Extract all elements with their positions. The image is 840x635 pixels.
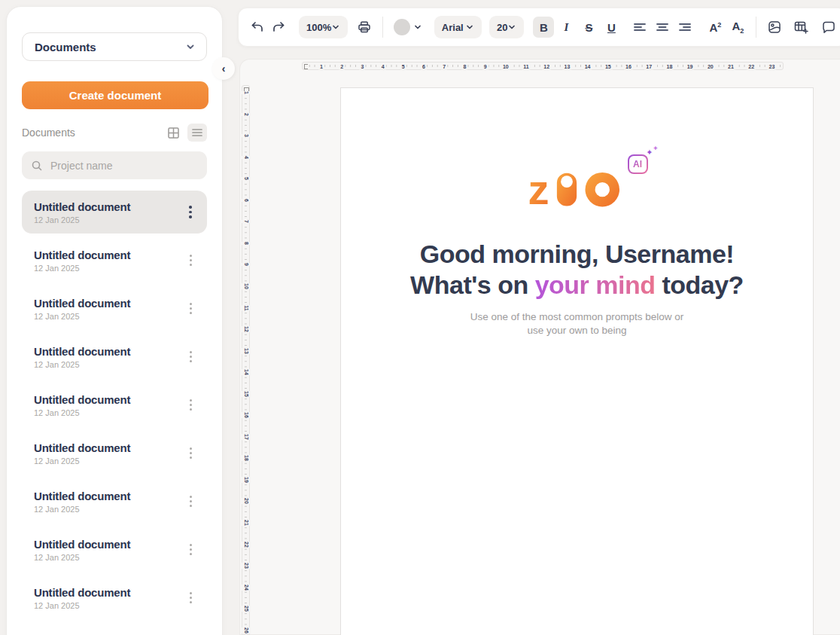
subtitle-line2: use your own to being [527,325,626,336]
document-title: Untitled document [34,297,183,310]
document-list-item[interactable]: Untitled document 12 Jan 2025 [22,383,207,426]
kebab-menu-icon[interactable] [183,541,198,559]
zoom-select[interactable]: 100% [299,16,348,38]
insert-table-button[interactable] [791,17,812,38]
subtitle-line1: Use one of the most common prompts below… [470,311,684,322]
greeting-line2-pre: What's on [410,270,535,299]
vertical-ruler: 1234567891011121314151617181920212223242… [242,85,250,635]
grid-view-icon[interactable] [163,124,183,142]
comments-button[interactable] [818,17,839,38]
font-size-select[interactable]: 20 [489,16,524,38]
align-left-button[interactable] [629,17,650,38]
create-document-button[interactable]: Create document [22,81,208,109]
greeting-accent: your mind [535,270,656,299]
chevron-left-icon: ‹ [222,63,226,75]
subscript-script: 2 [740,27,744,35]
workspace-selector-label: Documents [35,41,96,53]
document-title: Untitled document [34,393,183,406]
document-list-item[interactable]: Untitled document 12 Jan 2025 [22,239,207,282]
document-list-item[interactable]: Untitled document 12 Jan 2025 [22,528,207,571]
text-color-select[interactable] [394,19,422,35]
horizontal-ruler: 1234567891011121314151617181920212223 [302,62,784,70]
greeting-subtitle: Use one of the most common prompts below… [341,310,813,337]
subscript-button[interactable]: A2 [727,17,748,38]
editor-workspace: 1234567891011121314151617181920212223 12… [239,59,840,635]
document-list-item[interactable]: Untitled document 12 Jan 2025 [22,335,207,378]
document-date: 12 Jan 2025 [34,553,183,562]
strikethrough-button[interactable]: S [578,17,599,38]
align-center-button[interactable] [652,17,673,38]
kebab-menu-icon[interactable] [183,203,198,221]
greeting-line2-post: today? [655,270,743,299]
font-family-select[interactable]: Arial [434,16,482,38]
kebab-menu-icon[interactable] [183,396,198,414]
print-button[interactable] [354,17,375,38]
subscript-base: A [732,20,740,32]
document-date: 12 Jan 2025 [34,456,183,466]
kebab-menu-icon[interactable] [183,252,198,270]
document-date: 12 Jan 2025 [34,505,183,514]
document-date: 12 Jan 2025 [34,360,183,369]
chevron-down-icon [507,23,516,32]
chevron-down-icon [465,23,474,32]
kebab-menu-icon[interactable] [183,300,198,318]
formatting-toolbar: 100% Arial 20 B I S U A2 A2 [238,8,840,47]
document-title: Untitled document [34,538,183,551]
document-title: Untitled document [34,249,183,261]
chevron-down-icon [413,23,422,32]
insert-image-button[interactable] [764,17,785,38]
greeting-heading: Good morning, Username! What's on your m… [341,239,813,301]
font-size-value: 20 [497,22,507,33]
kebab-menu-icon[interactable] [183,493,198,511]
document-title: Untitled document [34,441,183,454]
workspace-selector[interactable]: Documents [22,32,207,61]
document-title: Untitled document [34,586,183,599]
underline-button[interactable]: U [601,17,622,38]
greeting-line1: Good morning, Username! [420,240,734,268]
chevron-down-icon [185,41,196,52]
zoom-value: 100% [306,22,331,33]
ai-badge-label: AI [633,159,642,169]
bold-button[interactable]: B [533,17,554,38]
document-date: 12 Jan 2025 [34,408,183,417]
bold-label: B [540,21,548,34]
document-list-item[interactable]: Untitled document 12 Jan 2025 [22,576,207,619]
font-family-value: Arial [442,22,464,33]
document-date: 12 Jan 2025 [34,601,183,610]
sparkle-icon: ✦ [646,148,653,156]
italic-label: I [564,21,568,34]
sparkle-plus-icon: + [653,145,657,151]
ai-badge: AI ✦ + [628,154,648,174]
kebab-menu-icon[interactable] [183,589,198,607]
kebab-menu-icon[interactable] [183,444,198,463]
document-page[interactable]: z AI ✦ + Good morning, Username! What's … [340,87,814,635]
italic-button[interactable]: I [555,17,577,38]
documents-section-label: Documents [22,127,75,139]
underline-label: U [607,21,616,34]
sidebar-collapse-button[interactable]: ‹ [212,57,235,80]
document-list-item[interactable]: Untitled document 12 Jan 2025 [22,432,207,475]
toolbar-divider [756,17,756,38]
search-box[interactable] [22,151,207,179]
superscript-button[interactable]: A2 [705,17,726,38]
document-title: Untitled document [34,200,183,213]
sidebar: Documents Create document Documents Unti… [6,6,223,635]
list-view-icon[interactable] [187,124,207,142]
document-list: Untitled document 12 Jan 2025 Untitled d… [7,191,222,619]
kebab-menu-icon[interactable] [183,348,198,366]
document-list-item[interactable]: Untitled document 12 Jan 2025 [22,287,207,330]
document-list-item[interactable]: Untitled document 12 Jan 2025 [22,191,207,234]
document-list-item[interactable]: Untitled document 12 Jan 2025 [22,480,207,523]
document-title: Untitled document [34,345,183,358]
chevron-down-icon [331,23,340,32]
zio-logo: z AI ✦ + [528,166,627,209]
align-right-button[interactable] [674,17,695,38]
redo-button[interactable] [269,17,290,38]
superscript-script: 2 [717,21,721,29]
document-date: 12 Jan 2025 [34,264,183,273]
color-swatch-icon [394,19,410,35]
search-input[interactable] [50,160,198,172]
superscript-base: A [709,21,717,34]
logo-letter-z: z [528,166,549,209]
undo-button[interactable] [246,17,267,38]
